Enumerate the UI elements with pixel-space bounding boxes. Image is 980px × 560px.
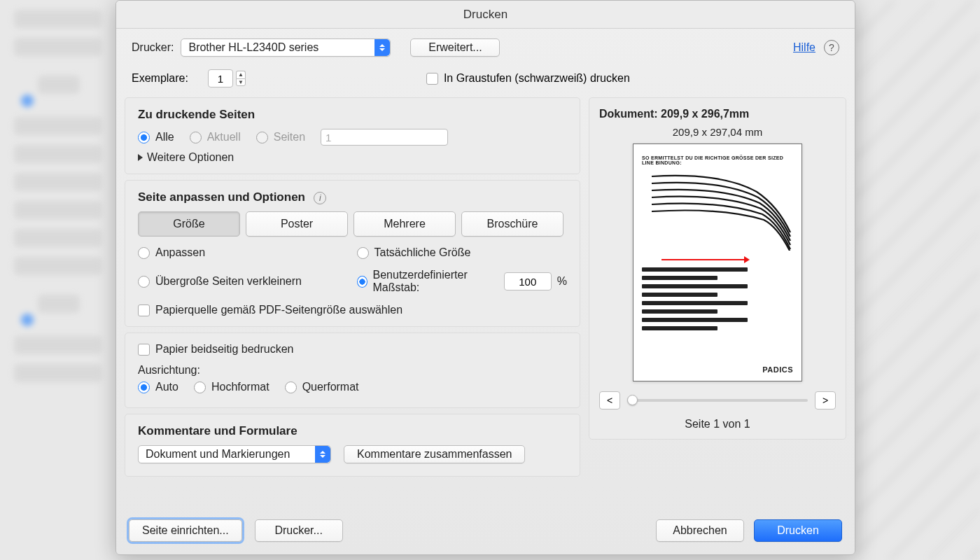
custom-scale-radio[interactable]: Benutzerdefinierter Maßstab: bbox=[357, 269, 498, 294]
preview-page-title: SO ERMITTELST DU DIE RICHTIGE GRÖSSE DER… bbox=[642, 155, 793, 165]
print-button[interactable]: Drucken bbox=[754, 519, 842, 542]
stepper-up-icon[interactable]: ▲ bbox=[236, 71, 246, 78]
printer-setup-button[interactable]: Drucker... bbox=[255, 519, 343, 542]
preview-logo: PADICS bbox=[762, 365, 793, 374]
preview-panel: Dokument: 209,9 x 296,7mm 209,9 x 297,04… bbox=[589, 97, 846, 440]
cancel-button[interactable]: Abbrechen bbox=[656, 519, 744, 542]
page-preview: SO ERMITTELST DU DIE RICHTIGE GRÖSSE DER… bbox=[633, 144, 802, 382]
pages-range-radio[interactable]: Seiten bbox=[256, 131, 305, 144]
page-setup-button[interactable]: Seite einrichten... bbox=[129, 519, 242, 542]
printer-label: Drucker: bbox=[132, 41, 174, 54]
advanced-button[interactable]: Erweitert... bbox=[410, 38, 500, 57]
stepper-down-icon[interactable]: ▼ bbox=[236, 78, 246, 86]
shrink-radio[interactable]: Übergroße Seiten verkleinern bbox=[138, 275, 349, 288]
pages-range-input[interactable] bbox=[321, 129, 448, 146]
duplex-orientation-panel: Papier beidseitig bedrucken Ausrichtung:… bbox=[125, 332, 580, 408]
tab-booklet[interactable]: Broschüre bbox=[461, 211, 564, 237]
preview-page-slider[interactable] bbox=[627, 399, 808, 402]
tab-size[interactable]: Größe bbox=[138, 211, 240, 237]
pages-heading: Zu druckende Seiten bbox=[138, 108, 567, 122]
slider-thumb[interactable] bbox=[627, 395, 638, 405]
orientation-heading: Ausrichtung: bbox=[138, 364, 567, 377]
paper-source-checkbox[interactable] bbox=[138, 304, 150, 316]
comments-select[interactable]: Dokument und Markierungen bbox=[138, 445, 331, 463]
orient-portrait-radio[interactable]: Hochformat bbox=[194, 381, 270, 393]
tab-multiple[interactable]: Mehrere bbox=[354, 211, 456, 237]
pages-all-radio[interactable]: Alle bbox=[138, 131, 174, 144]
orient-auto-radio[interactable]: Auto bbox=[138, 381, 178, 393]
document-dimensions-label: Dokument: 209,9 x 296,7mm bbox=[599, 108, 836, 120]
help-link[interactable]: Hilfe bbox=[793, 41, 816, 54]
select-arrows-icon bbox=[374, 39, 390, 56]
more-options-toggle[interactable]: Weitere Optionen bbox=[138, 151, 567, 164]
fit-panel: Seite anpassen und Optionen i Größe Post… bbox=[125, 180, 580, 327]
page-counter: Seite 1 von 1 bbox=[599, 418, 836, 430]
help-icon[interactable]: ? bbox=[824, 40, 839, 55]
duplex-label: Papier beidseitig bedrucken bbox=[155, 343, 293, 356]
grayscale-checkbox[interactable] bbox=[426, 73, 438, 85]
custom-scale-input[interactable] bbox=[504, 272, 552, 290]
copies-stepper[interactable]: ▲▼ bbox=[208, 69, 246, 88]
duplex-checkbox[interactable] bbox=[138, 344, 150, 356]
orient-landscape-radio[interactable]: Querformat bbox=[285, 381, 359, 393]
comments-select-value: Dokument und Markierungen bbox=[146, 448, 290, 460]
preview-graphic-icon bbox=[638, 167, 799, 251]
info-icon[interactable]: i bbox=[314, 192, 326, 204]
preview-arrow-icon bbox=[662, 259, 746, 260]
comments-heading: Kommentare und Formulare bbox=[138, 424, 567, 438]
print-dialog: Drucken Drucker: Brother HL-L2340D serie… bbox=[115, 0, 855, 555]
fit-heading: Seite anpassen und Optionen bbox=[138, 190, 305, 204]
fit-radio[interactable]: Anpassen bbox=[138, 246, 349, 259]
copies-label: Exemplare: bbox=[132, 72, 188, 85]
paper-dimensions-label: 209,9 x 297,04 mm bbox=[599, 126, 836, 138]
percent-label: % bbox=[557, 275, 567, 288]
printer-select[interactable]: Brother HL-L2340D series bbox=[181, 38, 391, 57]
comments-panel: Kommentare und Formulare Dokument und Ma… bbox=[125, 414, 580, 477]
copies-input[interactable] bbox=[208, 69, 233, 88]
disclosure-triangle-icon bbox=[138, 154, 143, 161]
preview-prev-button[interactable]: < bbox=[599, 391, 620, 410]
grayscale-label: In Graustufen (schwarzweiß) drucken bbox=[444, 72, 630, 85]
pages-current-radio[interactable]: Aktuell bbox=[190, 131, 241, 144]
select-arrows-icon bbox=[315, 446, 330, 463]
printer-select-value: Brother HL-L2340D series bbox=[188, 41, 318, 53]
preview-next-button[interactable]: > bbox=[815, 391, 836, 410]
tab-poster[interactable]: Poster bbox=[246, 211, 348, 237]
paper-source-label: Papierquelle gemäß PDF-Seitengröße auswä… bbox=[155, 304, 402, 316]
pages-panel: Zu druckende Seiten Alle Aktuell Seiten … bbox=[125, 97, 580, 174]
summarize-comments-button[interactable]: Kommentare zusammenfassen bbox=[344, 445, 525, 463]
actual-size-radio[interactable]: Tatsächliche Größe bbox=[357, 246, 568, 259]
dialog-title: Drucken bbox=[116, 1, 855, 29]
